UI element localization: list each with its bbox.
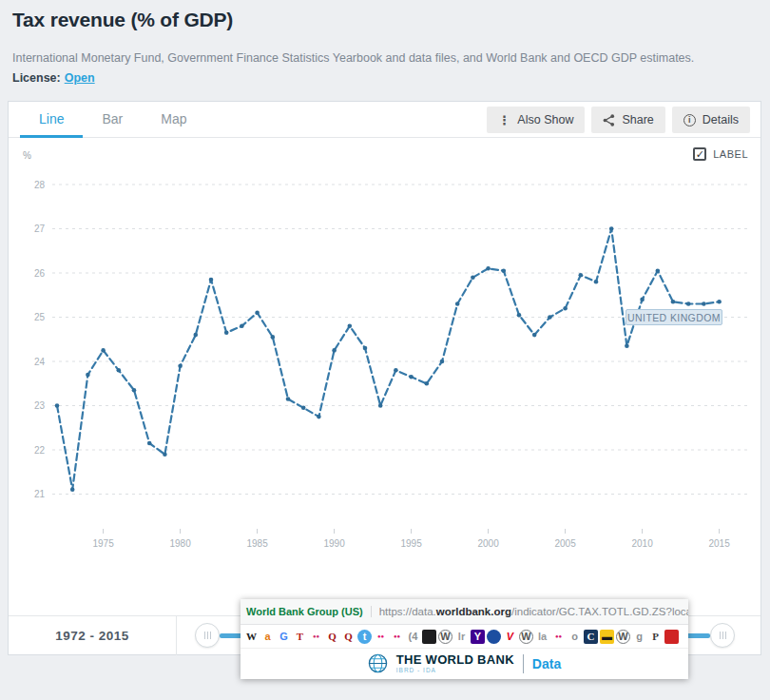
data-point[interactable] <box>702 301 706 306</box>
data-point[interactable] <box>317 415 321 419</box>
x-tick-label: 2000 <box>477 538 499 549</box>
data-point[interactable] <box>486 266 491 271</box>
globe-icon[interactable] <box>487 630 501 644</box>
data-point[interactable] <box>348 324 353 329</box>
data-point[interactable] <box>101 348 106 353</box>
license-open-link[interactable]: Open <box>65 71 95 85</box>
data-point[interactable] <box>579 273 584 278</box>
data-point[interactable] <box>240 324 244 329</box>
also-show-button[interactable]: ⋮Also Show <box>487 107 585 133</box>
label-checkbox[interactable]: ✓ <box>693 147 706 161</box>
y-tick-label: 25 <box>34 312 46 322</box>
flickr-icon[interactable]: ●● <box>390 630 404 644</box>
data-point[interactable] <box>147 441 152 446</box>
page-header: Tax revenue (% of GDP) International Mon… <box>0 0 770 85</box>
x-tick-label: 1980 <box>169 538 191 549</box>
virgin-icon[interactable]: V <box>503 630 517 644</box>
indicator-source-text: International Monetary Fund, Government … <box>12 51 757 65</box>
data-point[interactable] <box>132 388 137 393</box>
wikipedia-icon[interactable]: W <box>244 630 259 644</box>
x-tick-label: 2005 <box>554 538 576 549</box>
data-point[interactable] <box>409 375 414 379</box>
tab-line[interactable]: Line <box>20 102 83 138</box>
data-point[interactable] <box>609 226 614 231</box>
data-point[interactable] <box>70 488 75 493</box>
photo-icon[interactable] <box>422 630 436 644</box>
timeline-handle-start[interactable] <box>195 623 220 648</box>
y-tick-label: 28 <box>34 180 46 190</box>
q-icon[interactable]: Q <box>325 630 339 644</box>
wordpress-icon[interactable]: W <box>616 630 630 644</box>
p-icon[interactable]: P <box>648 630 663 644</box>
data-site-link[interactable]: Data <box>532 656 561 671</box>
year-range-label: 1972 - 2015 <box>9 616 177 655</box>
natgeo-icon[interactable]: ▬ <box>600 630 614 644</box>
data-point[interactable] <box>363 346 368 351</box>
google-icon[interactable]: G <box>277 630 291 644</box>
data-point[interactable] <box>532 333 537 338</box>
data-point[interactable] <box>86 373 90 378</box>
license-row: License:Open <box>12 71 757 85</box>
data-point[interactable] <box>378 403 383 408</box>
q-icon[interactable]: Q <box>341 630 356 644</box>
data-point[interactable] <box>394 368 398 373</box>
site-identity-chip[interactable]: World Bank Group (US) <box>246 606 372 617</box>
page-title: Tax revenue (% of GDP) <box>12 9 757 31</box>
yahoo-icon[interactable]: Y <box>471 630 485 644</box>
data-point[interactable] <box>255 311 260 316</box>
data-point[interactable] <box>178 363 183 368</box>
data-point[interactable] <box>301 406 306 411</box>
wordpress-icon[interactable]: W <box>519 630 533 644</box>
share-button[interactable]: Share <box>591 107 664 133</box>
data-point[interactable] <box>671 300 676 304</box>
la-icon[interactable]: la <box>535 630 549 644</box>
toolbar-buttons: ⋮Also ShowShareiDetails <box>487 107 750 133</box>
data-point[interactable] <box>55 403 60 408</box>
paren-icon[interactable]: (4 <box>406 630 420 644</box>
tab-bar[interactable]: Bar <box>83 102 142 138</box>
details-button[interactable]: iDetails <box>672 107 750 133</box>
data-point[interactable] <box>563 306 568 311</box>
data-point[interactable] <box>163 452 167 457</box>
timeline-handle-end[interactable] <box>710 623 735 648</box>
tab-map[interactable]: Map <box>142 102 205 138</box>
line-chart: %282726252423222119751980198519901995200… <box>9 138 760 576</box>
wordpress-icon[interactable]: W <box>438 630 452 644</box>
data-point[interactable] <box>440 360 445 364</box>
times-icon[interactable]: T <box>293 630 307 644</box>
data-point[interactable] <box>548 315 552 320</box>
flickr-icon[interactable]: ●● <box>374 630 388 644</box>
data-point[interactable] <box>686 301 691 306</box>
label-toggle[interactable]: ✓ LABEL <box>693 147 748 161</box>
data-point[interactable] <box>502 268 507 273</box>
address-bar[interactable]: World Bank Group (US) https://data.world… <box>241 599 688 625</box>
amazon-icon[interactable]: a <box>260 630 275 644</box>
data-point[interactable] <box>640 298 645 302</box>
data-point[interactable] <box>224 331 229 336</box>
data-point[interactable] <box>517 313 522 318</box>
data-point[interactable] <box>594 280 599 284</box>
o-icon[interactable]: o <box>568 630 582 644</box>
data-point[interactable] <box>625 343 629 348</box>
twitter-icon[interactable]: t <box>357 630 372 644</box>
data-point[interactable] <box>271 335 276 340</box>
data-point[interactable] <box>209 278 214 282</box>
url-text[interactable]: https://data.worldbank.org/indicator/GC.… <box>379 606 688 617</box>
data-point[interactable] <box>717 300 722 304</box>
data-point[interactable] <box>471 275 475 280</box>
data-point[interactable] <box>455 301 460 306</box>
data-point[interactable] <box>425 381 430 386</box>
data-point[interactable] <box>332 348 337 353</box>
dots-icon[interactable]: ●● <box>309 630 323 644</box>
lr-icon[interactable]: lr <box>454 630 469 644</box>
dots-icon[interactable]: ●● <box>551 630 566 644</box>
data-point[interactable] <box>286 397 291 401</box>
g-icon[interactable]: g <box>632 630 646 644</box>
data-point[interactable] <box>656 268 661 273</box>
c-navy-icon[interactable]: C <box>584 630 598 644</box>
red-square-icon[interactable] <box>664 630 679 644</box>
y-tick-label: 23 <box>34 400 46 411</box>
worldbank-wordmark[interactable]: THE WORLD BANK IBRD - IDA <box>396 653 514 674</box>
data-point[interactable] <box>117 368 122 373</box>
data-point[interactable] <box>194 333 199 338</box>
